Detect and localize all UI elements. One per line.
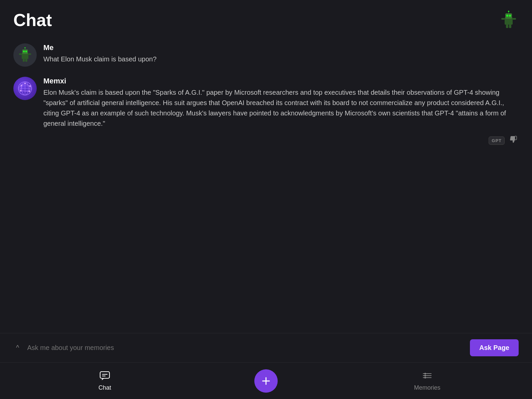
nav-item-memories[interactable]: Memories [407, 370, 447, 391]
collapse-button[interactable]: ^ [13, 343, 22, 353]
svg-rect-17 [25, 59, 27, 62]
svg-point-5 [508, 11, 509, 12]
svg-point-15 [24, 47, 25, 48]
nav-item-chat[interactable]: Chat [85, 370, 125, 391]
page-title: Chat [13, 10, 52, 30]
bot-name: Memxi [43, 77, 519, 85]
bottom-nav: Chat Memories [0, 362, 532, 399]
bot-message-text: Elon Musk's claim is based upon the "Spa… [43, 87, 519, 129]
add-button[interactable] [254, 369, 278, 393]
svg-point-2 [506, 15, 508, 17]
user-name: Me [43, 43, 519, 52]
svg-rect-1 [505, 13, 512, 19]
svg-rect-16 [23, 59, 25, 62]
message-bot: Memxi Elon Musk's claim is based upon th… [13, 77, 519, 147]
svg-point-12 [23, 51, 25, 52]
message-actions: GPT [43, 134, 519, 147]
svg-line-33 [21, 83, 25, 85]
chat-nav-label: Chat [98, 384, 111, 391]
gpt-badge: GPT [489, 136, 505, 145]
svg-rect-35 [100, 372, 109, 378]
memories-nav-icon [422, 370, 433, 382]
bot-avatar [13, 77, 37, 100]
svg-point-45 [425, 377, 426, 379]
message-user: Me What Elon Musk claim is based upon? [13, 43, 519, 67]
chat-nav-icon [99, 370, 110, 382]
svg-rect-7 [509, 25, 511, 28]
svg-rect-18 [19, 53, 22, 55]
input-area: ^ Ask Page [0, 333, 532, 362]
header-avatar [499, 10, 519, 30]
memories-nav-label: Memories [414, 384, 440, 391]
svg-rect-11 [22, 49, 28, 54]
user-message-content: Me What Elon Musk claim is based upon? [43, 43, 519, 64]
svg-point-44 [425, 375, 426, 377]
bot-message-content: Memxi Elon Musk's claim is based upon th… [43, 77, 519, 147]
chat-input[interactable] [27, 344, 465, 352]
svg-rect-9 [513, 18, 516, 20]
header: Chat [0, 0, 532, 37]
svg-rect-6 [506, 25, 508, 28]
svg-rect-19 [28, 53, 31, 55]
svg-point-13 [25, 51, 27, 52]
thumbs-down-button[interactable] [508, 134, 519, 147]
svg-point-43 [425, 373, 426, 375]
svg-line-31 [29, 86, 30, 91]
svg-point-3 [509, 15, 511, 17]
svg-rect-8 [501, 18, 505, 20]
user-message-text: What Elon Musk claim is based upon? [43, 54, 519, 64]
chat-area: Me What Elon Musk claim is based upon? [0, 37, 532, 333]
ask-page-button[interactable]: Ask Page [470, 339, 519, 356]
user-avatar [13, 43, 37, 67]
